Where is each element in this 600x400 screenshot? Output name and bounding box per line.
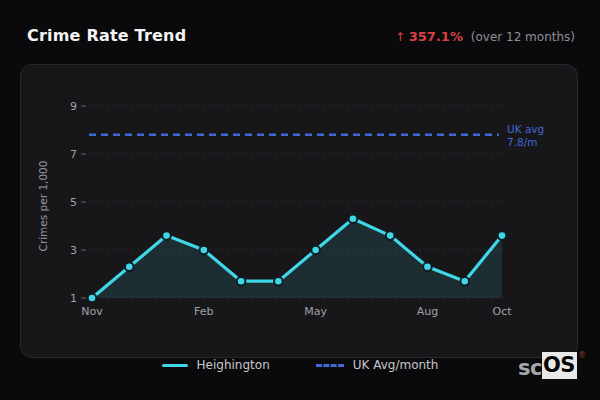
data-point[interactable] [162, 231, 171, 240]
x-tick-label: May [304, 305, 327, 318]
page-title: Crime Rate Trend [27, 26, 186, 45]
legend-label: UK Avg/month [353, 358, 439, 372]
data-point[interactable] [460, 277, 469, 286]
y-axis-title: Crimes per 1,000 [37, 161, 49, 252]
footer: HeighingtonUK Avg/month sc OS ® [0, 354, 600, 384]
data-point[interactable] [386, 231, 395, 240]
header: Crime Rate Trend ↑ 357.1% (over 12 month… [27, 26, 575, 45]
dashed-line-swatch-icon [316, 364, 344, 367]
data-point[interactable] [311, 246, 320, 255]
scos-logo: sc OS ® [518, 352, 586, 379]
y-tick-label: 7 [70, 148, 77, 161]
data-point[interactable] [423, 263, 432, 272]
up-arrow-icon: ↑ [395, 30, 405, 44]
data-point[interactable] [200, 246, 209, 255]
chart-card: 13579Crimes per 1,000NovFebMayAugOctUK a… [20, 64, 578, 358]
data-point[interactable] [498, 231, 507, 240]
uk-avg-label-line1: UK avg [507, 123, 544, 135]
uk-avg-label-line2: 7.8/m [507, 136, 537, 148]
data-point[interactable] [125, 263, 134, 272]
y-tick-label: 3 [70, 244, 77, 257]
x-tick-label: Aug [417, 305, 438, 318]
data-point[interactable] [237, 277, 246, 286]
crime-trend-chart: 13579Crimes per 1,000NovFebMayAugOctUK a… [21, 65, 579, 357]
logo-prefix: sc [518, 352, 542, 379]
y-tick-label: 5 [70, 196, 77, 209]
solid-line-swatch-icon [162, 364, 188, 367]
trend-caption: (over 12 months) [471, 30, 575, 44]
trend-percent: 357.1% [409, 29, 463, 44]
registered-mark-icon: ® [578, 352, 586, 360]
x-tick-label: Feb [194, 305, 213, 318]
legend-label: Heighington [197, 358, 270, 372]
x-tick-label: Oct [492, 305, 512, 318]
y-tick-label: 9 [70, 100, 77, 113]
legend-item-heighington[interactable]: Heighington [162, 358, 270, 372]
x-tick-label: Nov [81, 305, 103, 318]
trend-indicator: ↑ 357.1% (over 12 months) [395, 29, 575, 44]
logo-os-box: OS [542, 352, 577, 379]
chart-legend: HeighingtonUK Avg/month [0, 358, 600, 372]
data-point[interactable] [88, 294, 97, 303]
data-point[interactable] [349, 215, 358, 224]
legend-item-uk-avg-month[interactable]: UK Avg/month [316, 358, 439, 372]
series-area-fill [92, 219, 502, 298]
y-tick-label: 1 [70, 292, 77, 305]
data-point[interactable] [274, 277, 283, 286]
